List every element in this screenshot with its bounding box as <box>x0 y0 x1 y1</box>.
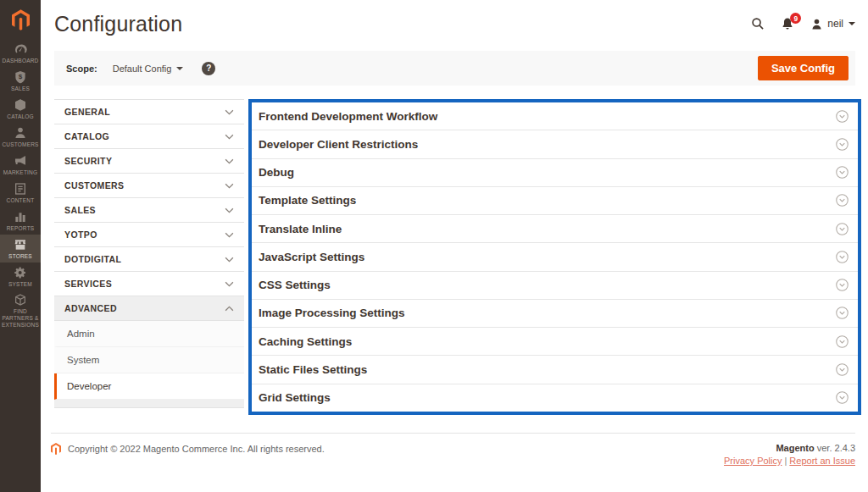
chevron-down-circle-icon[interactable] <box>836 223 849 235</box>
chevron-down-icon <box>225 134 234 140</box>
header-actions: 9 neil <box>751 17 855 30</box>
system-icon <box>14 266 27 279</box>
config-nav-label: DOTDIGITAL <box>64 254 121 264</box>
config-section-row-javascript-settings[interactable]: JavaScript Settings <box>252 243 858 271</box>
config-nav-item-system[interactable]: System <box>54 347 244 373</box>
chevron-down-circle-icon[interactable] <box>836 110 849 123</box>
config-nav-item-yotpo[interactable]: YOTPO <box>54 223 244 247</box>
dashboard-icon <box>14 42 27 56</box>
config-nav-item-advanced[interactable]: ADVANCED <box>54 296 244 321</box>
chevron-down-circle-icon[interactable] <box>836 138 849 151</box>
customers-icon <box>14 126 27 140</box>
config-nav-label: GENERAL <box>64 107 110 117</box>
config-section-row-image-processing-settings[interactable]: Image Processing Settings <box>252 300 858 328</box>
sidebar-item-sales[interactable]: $ SALES <box>0 67 41 95</box>
config-nav: GENERAL CATALOG SECURITY CUSTOMERS SALES <box>54 99 244 408</box>
chevron-down-icon <box>225 109 234 115</box>
config-nav-label: System <box>67 355 99 365</box>
sidebar-item-marketing[interactable]: MARKETING <box>0 151 41 179</box>
footer-left: Copyright © 2022 Magento Commerce Inc. A… <box>51 443 325 455</box>
chevron-down-circle-icon[interactable] <box>836 166 849 179</box>
config-section-row-frontend-development-workflow[interactable]: Frontend Development Workflow <box>252 102 858 130</box>
config-nav-item-customers[interactable]: CUSTOMERS <box>54 174 244 198</box>
config-section-title: Caching Settings <box>259 335 352 348</box>
config-section-row-translate-inline[interactable]: Translate Inline <box>252 215 858 243</box>
config-nav-item-developer[interactable]: Developer <box>54 373 244 400</box>
sidebar-item-dashboard[interactable]: DASHBOARD <box>0 39 41 67</box>
content-icon <box>14 182 27 196</box>
sidebar-item-label: CATALOG <box>7 113 34 120</box>
privacy-policy-link[interactable]: Privacy Policy <box>724 456 782 466</box>
config-nav-label: SECURITY <box>64 156 112 166</box>
stores-icon <box>14 238 27 252</box>
developer-config-panel: Frontend Development Workflow Developer … <box>248 99 861 415</box>
scope-label: Scope: <box>66 64 97 74</box>
config-nav-item-catalog[interactable]: CATALOG <box>54 124 244 149</box>
magento-admin-app: DASHBOARD $ SALES CATALOG CUSTOMERS MARK… <box>0 0 868 492</box>
report-issue-link[interactable]: Report an Issue <box>789 456 855 466</box>
sidebar-item-find-partners-extensions[interactable]: FIND PARTNERS & EXTENSIONS <box>0 290 41 330</box>
sidebar-item-reports[interactable]: REPORTS <box>0 207 41 235</box>
sidebar-item-label: CUSTOMERS <box>2 141 38 148</box>
config-section-row-static-files-settings[interactable]: Static Files Settings <box>252 356 858 384</box>
chevron-down-circle-icon[interactable] <box>836 335 849 348</box>
config-section-row-caching-settings[interactable]: Caching Settings <box>252 328 858 356</box>
config-section-row-developer-client-restrictions[interactable]: Developer Client Restrictions <box>252 130 858 158</box>
link-separator: | <box>784 456 787 466</box>
magento-logo[interactable] <box>0 0 41 39</box>
config-nav-item-security[interactable]: SECURITY <box>54 149 244 174</box>
scope-selector[interactable]: Default Config <box>113 64 184 74</box>
help-icon[interactable]: ? <box>202 62 215 75</box>
sidebar-item-stores[interactable]: STORES <box>0 235 41 263</box>
config-nav-item-general[interactable]: GENERAL <box>54 100 244 124</box>
config-section-row-grid-settings[interactable]: Grid Settings <box>252 384 858 412</box>
chevron-down-icon <box>176 67 183 70</box>
chevron-up-icon <box>225 306 234 312</box>
notification-badge: 9 <box>790 13 801 24</box>
config-nav-item-admin[interactable]: Admin <box>54 321 244 347</box>
config-section-row-template-settings[interactable]: Template Settings <box>252 187 858 215</box>
sidebar-item-catalog[interactable]: CATALOG <box>0 95 41 123</box>
sidebar-item-label: SYSTEM <box>8 281 32 288</box>
search-icon[interactable] <box>751 17 765 30</box>
config-section-title: Grid Settings <box>259 391 331 404</box>
chevron-down-icon <box>225 257 234 263</box>
config-section-title: JavaScript Settings <box>259 251 364 263</box>
config-section-title: Developer Client Restrictions <box>259 138 418 151</box>
config-nav-label: Admin <box>67 329 95 339</box>
version-brand: Magento <box>776 443 814 453</box>
page-header: Configuration 9 neil <box>41 0 868 47</box>
user-icon <box>810 18 823 30</box>
chevron-down-circle-icon[interactable] <box>836 307 849 319</box>
config-nav-item-sales[interactable]: SALES <box>54 198 244 223</box>
save-config-button[interactable]: Save Config <box>758 56 849 80</box>
config-nav-label: CATALOG <box>64 131 109 141</box>
notifications-button[interactable]: 9 <box>781 17 794 30</box>
config-nav-item-dotdigital[interactable]: DOTDIGITAL <box>54 247 244 272</box>
footer-links: Privacy Policy|Report an Issue <box>724 456 855 466</box>
chevron-down-circle-icon[interactable] <box>836 363 849 376</box>
footer: Copyright © 2022 Magento Commerce Inc. A… <box>51 433 855 466</box>
chevron-down-circle-icon[interactable] <box>836 194 849 207</box>
sidebar-item-customers[interactable]: CUSTOMERS <box>0 123 41 151</box>
config-nav-label: ADVANCED <box>64 303 117 313</box>
config-section-row-debug[interactable]: Debug <box>252 159 858 187</box>
config-section-title: Translate Inline <box>259 223 342 235</box>
main-content: Configuration 9 neil Scope: Default <box>41 0 868 492</box>
sidebar-item-system[interactable]: SYSTEM <box>0 263 41 290</box>
config-nav-item-services[interactable]: SERVICES <box>54 272 244 296</box>
user-menu[interactable]: neil <box>810 18 855 30</box>
config-section-row-css-settings[interactable]: CSS Settings <box>252 272 858 300</box>
config-nav-footer-strip <box>54 400 244 408</box>
chevron-down-icon <box>225 281 234 287</box>
catalog-icon <box>14 98 27 112</box>
sidebar-nav: DASHBOARD $ SALES CATALOG CUSTOMERS MARK… <box>0 39 41 330</box>
extensions-icon <box>14 293 27 307</box>
chevron-down-circle-icon[interactable] <box>836 251 849 263</box>
config-nav-label: SALES <box>64 205 96 215</box>
config-section-title: CSS Settings <box>259 279 331 291</box>
chevron-down-icon <box>225 207 234 213</box>
sidebar-item-content[interactable]: CONTENT <box>0 179 41 207</box>
chevron-down-circle-icon[interactable] <box>836 391 849 404</box>
chevron-down-circle-icon[interactable] <box>836 279 849 291</box>
